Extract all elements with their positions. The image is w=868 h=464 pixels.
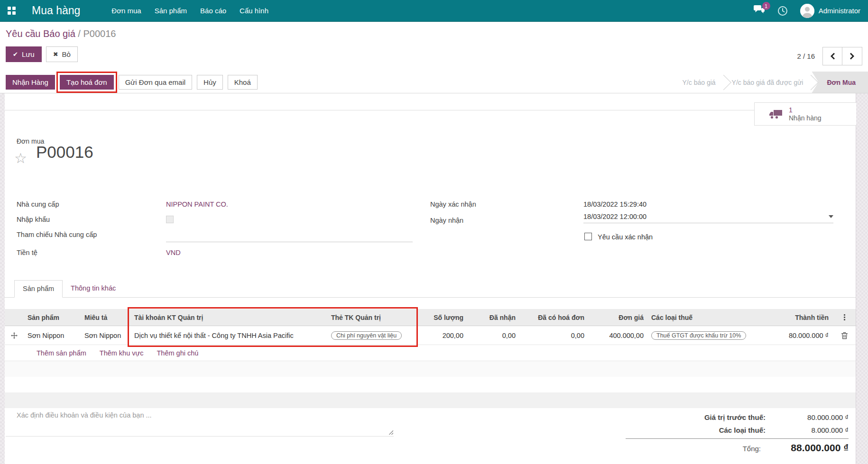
col-header-billed[interactable]: Đã có hoá đơn [519,314,588,321]
import-label: Nhập khẩu [17,216,50,223]
nav-item-reporting[interactable]: Báo cáo [199,5,227,16]
table-header-row: Sản phẩm Miêu tả Tài khoản KT Quản trị T… [5,309,856,326]
optional-columns-toggle[interactable] [832,314,856,320]
kebab-dots-icon [844,314,845,320]
cell-product[interactable]: Sơn Nippon [24,332,81,339]
statusbar: Y/c báo giá Y/c báo giá đã được gửi Đơn … [675,72,868,93]
tax-pill[interactable]: Thuế GTGT được khấu trừ 10% [651,331,746,340]
currency-label: Tiền tệ [17,249,37,256]
resize-handle-icon[interactable] [388,429,393,435]
form-sheet: 1 Nhận hàng Đơn mua ☆ P00016 Nhà cung cấ… [5,93,856,464]
navbar-right: 1 Administrator [753,4,860,18]
untaxed-amount-label: Giá trị trước thuế: [704,413,766,421]
taxes-label: Các loại thuế: [719,426,766,434]
col-header-description[interactable]: Miêu tả [81,314,130,321]
breadcrumb-separator: / [78,28,81,39]
col-header-taxes[interactable]: Các loại thuế [647,314,764,321]
ask-confirmation-checkbox[interactable] [584,233,592,240]
breadcrumb: Yêu cầu Báo giá / P00016 [6,28,116,39]
statusbar-step-rfq-sent[interactable]: Y/c báo giá đã được gửi [724,72,811,93]
terms-notes-textarea[interactable]: Xác định điều khoản và điều kiện của bạn… [6,409,394,437]
nav-item-orders[interactable]: Đơn mua [111,5,142,16]
messages-count-badge: 1 [762,2,770,10]
breadcrumb-parent-link[interactable]: Yêu cầu Báo giá [6,28,75,39]
send-by-email-button[interactable]: Gửi Đơn qua email [119,75,192,90]
taxes-value: 8.000.000 ₫ [766,426,849,434]
statusbar-step-purchase-order[interactable]: Đơn Mua [812,72,868,93]
close-icon: ✖ [53,51,58,58]
analytic-tag-pill[interactable]: Chi phí nguyên vật liệu [331,331,402,340]
save-button[interactable]: ✔ Lưu [6,46,42,62]
chevron-left-icon [830,53,835,60]
vendor-label: Nhà cung cấp [17,200,59,208]
nav-item-products[interactable]: Sản phẩm [154,5,188,16]
currency-value[interactable]: VND [166,249,181,256]
empty-row-stripe [5,377,856,392]
lock-button[interactable]: Khoá [228,75,258,90]
col-header-received[interactable]: Đã nhận [467,314,519,321]
cancel-button[interactable]: Hủy [197,75,223,90]
cell-received[interactable]: 0,00 [467,332,519,339]
vendor-reference-input[interactable] [166,230,413,242]
add-section-link[interactable]: Thêm khu vực [100,349,144,357]
user-name: Administrator [819,7,860,15]
user-menu[interactable]: Administrator [800,4,860,18]
ask-confirmation-label: Yêu cầu xác nhận [598,233,653,241]
col-header-product[interactable]: Sản phẩm [24,314,81,321]
pager-previous-button[interactable] [822,47,842,65]
add-product-link[interactable]: Thêm sản phẩm [37,349,86,357]
import-checkbox[interactable] [166,216,174,223]
cell-quantity[interactable]: 200,00 [415,332,467,339]
table-footer-links: Thêm sản phẩm Thêm khu vực Thêm ghi chú [5,345,856,361]
receipt-smart-button[interactable]: 1 Nhận hàng [754,102,856,126]
cell-analytic-tag[interactable]: Chi phí nguyên vật liệu [327,331,415,340]
totals-panel: Giá trị trước thuế: 80.000.000 ₫ Các loạ… [626,411,849,456]
tab-products[interactable]: Sản phẩm [14,280,63,298]
col-header-analytic-tag[interactable]: Thẻ TK Quản trị [327,314,415,321]
chevron-right-icon [850,53,855,60]
cell-description[interactable]: Sơn Nippon [81,332,130,339]
apps-grid-icon[interactable] [8,7,16,15]
pager-next-button[interactable] [842,47,862,65]
activities-clock-icon[interactable] [777,6,788,16]
drag-handle[interactable] [5,332,24,339]
receipt-label: Nhận hàng [789,114,822,122]
favorite-star-icon[interactable]: ☆ [14,151,27,165]
create-invoice-button[interactable]: Tạo hoá đơn [60,75,114,90]
button-box-divider [5,110,754,110]
confirmation-date-value: 18/03/2022 15:29:40 [583,200,646,208]
col-header-unit-price[interactable]: Đơn giá [588,314,647,321]
col-header-subtotal[interactable]: Thành tiền [764,314,832,321]
vendor-value[interactable]: NIPPON PAINT CO. [166,200,228,208]
delete-line-button[interactable] [832,332,856,339]
order-line-row[interactable]: Sơn Nippon Sơn Nippon Dịch vụ thiết kế n… [5,326,856,345]
totals-divider [626,438,849,439]
add-note-link[interactable]: Thêm ghi chú [157,349,199,357]
messages-icon[interactable]: 1 [753,5,765,17]
receipt-date-input[interactable]: 18/03/2022 12:00:00 [583,213,833,223]
notebook-tabs: Sản phẩm Thông tin khác [5,280,856,298]
confirmation-date-label: Ngày xác nhận [430,200,476,208]
check-icon: ✔ [13,51,18,58]
move-icon [11,332,18,339]
control-panel: Yêu cầu Báo giá / P00016 ✔ Lưu ✖ Bỏ 2 / … [0,22,868,93]
notes-placeholder: Xác định điều khoản và điều kiện của bạn… [6,409,394,419]
empty-row-stripe [5,361,856,377]
main-area: 1 Nhận hàng Đơn mua ☆ P00016 Nhà cung cấ… [0,93,868,464]
tab-other-info[interactable]: Thông tin khác [63,280,124,297]
cell-taxes[interactable]: Thuế GTGT được khấu trừ 10% [647,331,764,340]
receive-products-button[interactable]: Nhận Hàng [6,75,55,90]
cell-unit-price[interactable]: 400.000,00 [588,332,647,339]
col-header-quantity[interactable]: Số lượng [415,314,467,321]
document-name: P00016 [36,143,93,162]
empty-row-stripe [5,392,856,408]
app-name[interactable]: Mua hàng [32,4,80,17]
cell-analytic-account[interactable]: Dịch vụ thiết kế nội thất - Công ty TNHH… [130,332,327,339]
col-header-analytic-account[interactable]: Tài khoản KT Quản trị [130,314,327,321]
nav-item-configuration[interactable]: Cấu hình [239,5,269,16]
receipt-count: 1 [789,106,822,114]
trash-icon [841,332,848,339]
breadcrumb-current: P00016 [83,28,116,39]
discard-button[interactable]: ✖ Bỏ [46,46,78,62]
cell-billed[interactable]: 0,00 [519,332,588,339]
